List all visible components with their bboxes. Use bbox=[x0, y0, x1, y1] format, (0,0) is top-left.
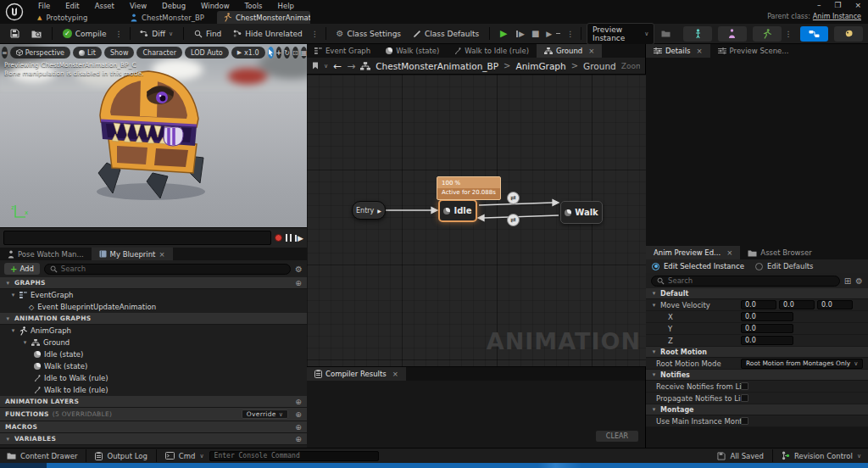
edit-defaults-radio[interactable] bbox=[755, 263, 763, 270]
functions-section-header[interactable]: FUNCTIONS(5 OVERRIDABLE)Override∨⊕ bbox=[0, 408, 307, 421]
save-button[interactable] bbox=[5, 26, 25, 41]
blueprint-mode-button[interactable] bbox=[800, 26, 829, 42]
tab-event-graph[interactable]: Event Graph bbox=[307, 44, 378, 58]
diff-button[interactable]: Diff∨ bbox=[135, 27, 178, 41]
cmd-dropdown[interactable]: Cmd∨ bbox=[165, 452, 204, 460]
forward-icon[interactable]: → bbox=[347, 60, 355, 72]
tree-item-ground[interactable]: ▾Ground bbox=[0, 337, 307, 348]
tree-item-idle-to-walk-rule[interactable]: Idle to Walk (rule) bbox=[0, 372, 307, 384]
close-tab-icon[interactable]: × bbox=[392, 370, 398, 378]
breadcrumb-animgraph[interactable]: AnimGraph bbox=[516, 61, 566, 71]
root-motion-mode-dropdown[interactable]: Root Motion from Montages Only∨ bbox=[741, 359, 863, 369]
add-macro-icon[interactable]: ⊕ bbox=[295, 423, 302, 432]
tree-item-idle-state[interactable]: Idle (state) bbox=[0, 348, 307, 360]
grid-snap-icon[interactable]: ▦ bbox=[301, 47, 307, 58]
step-forward-icon[interactable]: ▶ bbox=[295, 234, 303, 242]
compile-button[interactable]: ✓Compile bbox=[58, 26, 112, 41]
back-icon[interactable]: ← bbox=[333, 60, 342, 72]
tab-details[interactable]: Details × bbox=[646, 44, 710, 58]
hide-unrelated-options-icon[interactable]: ⋮ bbox=[309, 30, 320, 38]
macros-section-header[interactable]: MACROS⊕ bbox=[0, 421, 307, 433]
transition-rule-idle-to-walk[interactable]: ⇄ bbox=[507, 192, 520, 204]
tab-ground[interactable]: Ground× bbox=[537, 44, 602, 58]
add-animation-layer-icon[interactable]: ⊕ bbox=[295, 398, 302, 406]
tree-item-animgraph[interactable]: ▾AnimGraph bbox=[0, 325, 307, 337]
menu-view[interactable]: View bbox=[122, 2, 154, 10]
tab-compiler-results[interactable]: Compiler Results × bbox=[307, 367, 406, 381]
scale-tool-icon[interactable]: ⊡ bbox=[292, 47, 298, 58]
output-log-button[interactable]: Output Log bbox=[95, 452, 147, 460]
blueprint-search[interactable] bbox=[44, 264, 291, 275]
perspective-button[interactable]: Perspective bbox=[10, 47, 70, 58]
bookmark-icon[interactable] bbox=[312, 62, 319, 70]
entry-node[interactable]: Entry▶ bbox=[352, 201, 386, 220]
y-value-field[interactable] bbox=[741, 324, 793, 333]
show-button[interactable]: Show bbox=[104, 47, 135, 58]
close-icon[interactable]: × bbox=[854, 1, 861, 9]
stop-button[interactable]: ■ bbox=[529, 26, 542, 41]
record-icon[interactable] bbox=[275, 234, 282, 242]
lod-button[interactable]: LOD Auto bbox=[185, 47, 229, 58]
unreal-logo-icon[interactable] bbox=[0, 0, 29, 24]
menu-file[interactable]: File bbox=[31, 2, 58, 10]
animation-mode-button[interactable] bbox=[753, 26, 782, 42]
chest-monster-mesh[interactable] bbox=[75, 64, 227, 209]
preview-instance-dropdown[interactable]: Preview Instance∨ bbox=[587, 23, 654, 45]
exec-pin-icon[interactable]: ▶ bbox=[377, 208, 381, 214]
breadcrumb-ground[interactable]: Ground bbox=[583, 61, 616, 71]
move-velocity-x-field[interactable] bbox=[741, 300, 776, 309]
possess-button[interactable]: ▶ bbox=[543, 27, 563, 41]
restore-icon[interactable]: ❐ bbox=[834, 1, 841, 9]
mesh-mode-button[interactable] bbox=[718, 26, 747, 42]
receive-notifies-checkbox[interactable] bbox=[741, 382, 748, 390]
tree-item-eventgraph[interactable]: ▾EventGraph bbox=[0, 289, 307, 301]
edit-selected-instance-radio[interactable] bbox=[652, 263, 659, 270]
gear-icon[interactable]: ⚙ bbox=[295, 265, 303, 274]
override-dropdown[interactable]: Override∨ bbox=[242, 410, 288, 419]
tab-preview-scene[interactable]: Preview Scene... bbox=[710, 44, 797, 58]
tree-item-walk-to-idle-rule[interactable]: Walk to Idle (rule) bbox=[0, 384, 307, 396]
tree-item-walk-state[interactable]: Walk (state) bbox=[0, 360, 307, 372]
pause-icon[interactable] bbox=[286, 234, 292, 242]
notifies-section-header[interactable]: ▾Notifies bbox=[646, 370, 868, 381]
asset-tab-prototyping[interactable]: ▲ Prototyping bbox=[31, 11, 124, 24]
state-machine-canvas[interactable]: Entry▶ 100 % Active for 20.088s Idle Wal… bbox=[307, 75, 646, 366]
breadcrumb-root[interactable]: ChestMonsterAnimation_BP bbox=[376, 61, 498, 71]
compile-options-icon[interactable]: ⋮ bbox=[114, 30, 125, 38]
viewport-menu-icon[interactable]: ≡ bbox=[2, 47, 8, 58]
gear-icon[interactable]: ⚙ bbox=[855, 276, 863, 286]
animation-layers-section-header[interactable]: ANIMATION LAYERS⊕ bbox=[0, 396, 307, 408]
idle-state-node[interactable]: Idle bbox=[438, 199, 477, 222]
menu-edit[interactable]: Edit bbox=[58, 2, 86, 10]
tab-pose-watch-manager[interactable]: Pose Watch Man... bbox=[0, 248, 92, 260]
close-tab-icon[interactable]: × bbox=[588, 47, 594, 55]
tab-walk-state[interactable]: Walk (state) bbox=[378, 44, 447, 58]
content-drawer-button[interactable]: Content Drawer bbox=[7, 452, 77, 460]
anim-preview-search[interactable] bbox=[651, 276, 840, 287]
asset-tab-chestmonster-animation[interactable]: ChestMonsterAnimation... × bbox=[217, 11, 310, 24]
character-button[interactable]: Character bbox=[136, 47, 182, 58]
move-tool-icon[interactable]: + bbox=[276, 47, 282, 58]
search-input[interactable] bbox=[61, 265, 285, 273]
caret-down-icon[interactable]: ▾ bbox=[651, 302, 657, 309]
transition-rule-walk-to-idle[interactable]: ⇄ bbox=[507, 214, 520, 226]
menu-tools[interactable]: Tools bbox=[237, 2, 270, 10]
close-tab-icon[interactable]: × bbox=[159, 250, 164, 259]
tab-asset-browser[interactable]: Asset Browser bbox=[740, 246, 819, 259]
animation-mode-options-icon[interactable]: ⋮ bbox=[783, 30, 794, 38]
graphs-section-header[interactable]: ▾GRAPHS⊕ bbox=[0, 277, 307, 289]
physics-mode-button[interactable] bbox=[834, 26, 863, 42]
skeleton-mode-button[interactable] bbox=[683, 26, 712, 42]
menu-asset[interactable]: Asset bbox=[87, 2, 122, 10]
asset-tab-chestmonster-bp[interactable]: ChestMonster_BP bbox=[124, 11, 217, 24]
close-tab-icon[interactable]: × bbox=[696, 47, 702, 55]
root-motion-section-header[interactable]: ▾Root Motion bbox=[646, 347, 868, 358]
class-defaults-button[interactable]: Class Defaults bbox=[408, 27, 484, 41]
preview-viewport[interactable]: ≡ Perspective Lit Show Character LOD Aut… bbox=[0, 44, 307, 227]
revision-control-button[interactable]: Revision Control∨ bbox=[782, 451, 861, 460]
console-command-input[interactable] bbox=[209, 451, 379, 461]
move-velocity-z-field[interactable] bbox=[817, 300, 853, 309]
parent-class-link[interactable]: Anim Instance bbox=[813, 13, 861, 20]
add-button[interactable]: +Add bbox=[4, 263, 40, 275]
tab-anim-preview-editor[interactable]: Anim Preview Ed... × bbox=[646, 246, 740, 259]
